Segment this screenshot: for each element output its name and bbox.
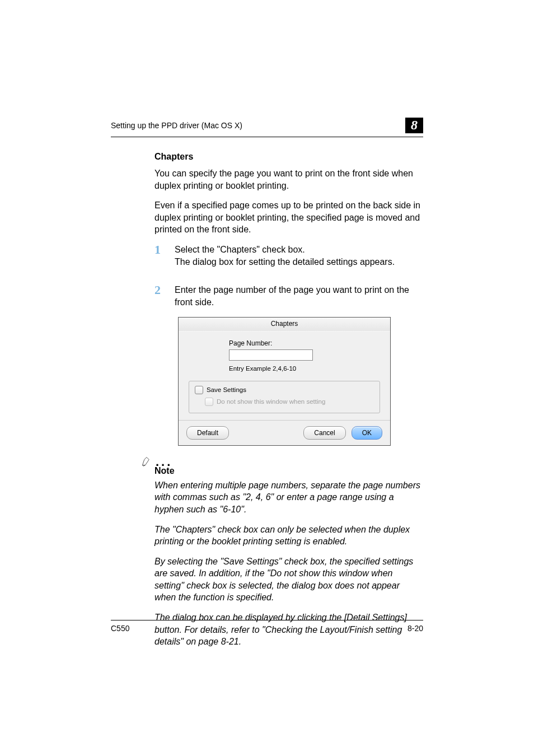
running-header: Setting up the PPD driver (Mac OS X) 8 bbox=[111, 118, 423, 137]
note-paragraph-3: By selecting the "Save Settings" check b… bbox=[154, 556, 423, 604]
cancel-button[interactable]: Cancel bbox=[303, 426, 345, 440]
step-2: 2 Enter the page number of the page you … bbox=[154, 284, 423, 309]
chapter-number-badge: 8 bbox=[405, 118, 423, 133]
step-number: 1 bbox=[154, 244, 175, 276]
pen-icon bbox=[141, 456, 152, 467]
save-settings-label: Save Settings bbox=[207, 386, 246, 393]
footer-model: C550 bbox=[111, 624, 129, 633]
default-button[interactable]: Default bbox=[186, 426, 229, 440]
step-body: Select the "Chapters" check box. The dia… bbox=[175, 244, 423, 276]
page-number-input[interactable] bbox=[229, 349, 313, 361]
checkbox-icon[interactable] bbox=[195, 386, 203, 394]
dialog-title: Chapters bbox=[179, 318, 390, 332]
ok-button[interactable]: OK bbox=[352, 426, 382, 440]
step-number: 2 bbox=[154, 284, 175, 309]
step-text: Select the "Chapters" check box. bbox=[175, 245, 305, 254]
note-ellipsis-icon: ... bbox=[154, 459, 423, 465]
entry-example-label: Entry Example 2,4,6-10 bbox=[229, 365, 380, 372]
do-not-show-row: Do not show this window when setting bbox=[205, 398, 374, 406]
chapters-dialog: Chapters Page Number: Entry Example 2,4,… bbox=[178, 317, 391, 446]
save-settings-row[interactable]: Save Settings bbox=[195, 386, 374, 394]
intro-paragraph-1: You can specify the page you want to pri… bbox=[154, 167, 423, 192]
intro-paragraph-2: Even if a specified page comes up to be … bbox=[154, 199, 423, 236]
footer-page-number: 8-20 bbox=[407, 624, 423, 633]
settings-group: Save Settings Do not show this window wh… bbox=[189, 381, 380, 413]
step-text: Enter the page number of the page you wa… bbox=[175, 285, 409, 307]
footer-rule bbox=[111, 620, 423, 620]
step-body: Enter the page number of the page you wa… bbox=[175, 284, 423, 309]
note-paragraph-1: When entering multiple page numbers, sep… bbox=[154, 479, 423, 516]
dialog-body: Page Number: Entry Example 2,4,6-10 Save… bbox=[179, 332, 390, 420]
page-number-label: Page Number: bbox=[229, 339, 380, 347]
running-title: Setting up the PPD driver (Mac OS X) bbox=[111, 121, 242, 130]
dialog-footer: Default Cancel OK bbox=[179, 420, 390, 445]
note-paragraph-2: The "Chapters" check box can only be sel… bbox=[154, 524, 423, 548]
page-number-row: Page Number: Entry Example 2,4,6-10 bbox=[189, 339, 380, 372]
content-area: Chapters You can specify the page you wa… bbox=[111, 137, 423, 648]
page-footer: C550 8-20 bbox=[111, 620, 423, 633]
note-label: Note bbox=[154, 466, 423, 476]
step-1: 1 Select the "Chapters" check box. The d… bbox=[154, 244, 423, 276]
step-subtext: The dialog box for setting the detailed … bbox=[175, 256, 423, 268]
checkbox-icon bbox=[205, 398, 213, 406]
do-not-show-label: Do not show this window when setting bbox=[217, 398, 325, 405]
document-page: Setting up the PPD driver (Mac OS X) 8 C… bbox=[0, 0, 534, 756]
section-title: Chapters bbox=[154, 152, 423, 162]
